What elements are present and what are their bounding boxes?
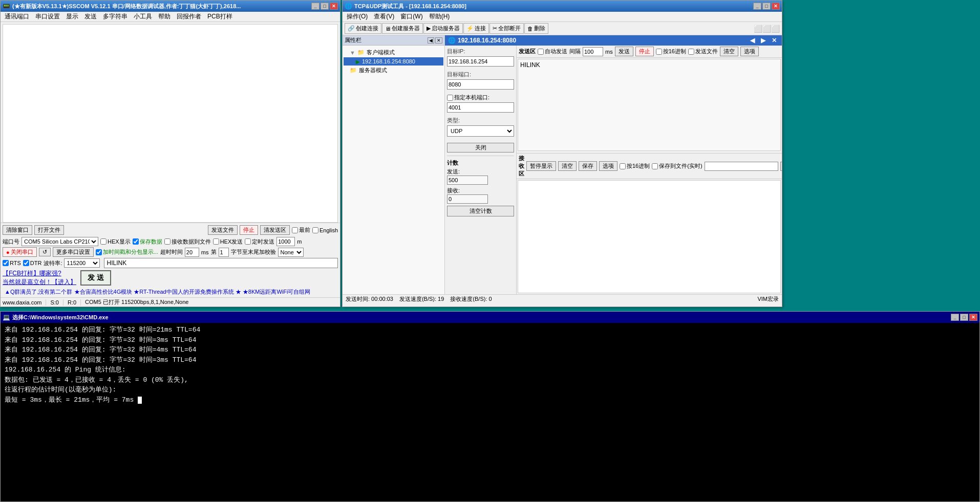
recv-options-btn[interactable]: 选项 <box>599 161 617 171</box>
conn-nav-left[interactable]: ◀ <box>748 37 757 44</box>
local-port-input[interactable] <box>447 102 514 113</box>
start-server-btn[interactable]: ▶ 启动服务器 <box>423 23 463 34</box>
tcpudp-minimize-btn[interactable]: _ <box>753 3 761 10</box>
tcpudp-maximize-btn[interactable]: □ <box>762 3 771 10</box>
tcpudp-menu-view[interactable]: 查看(V) <box>371 11 397 22</box>
close-conn-btn[interactable]: 关闭 <box>447 143 514 152</box>
delete-btn[interactable]: 🗑 删除 <box>524 23 548 34</box>
conn-close-icon[interactable]: ✕ <box>770 37 779 44</box>
sscom-maximize-btn[interactable]: □ <box>321 3 329 10</box>
send-button[interactable]: 发 送 <box>80 270 111 286</box>
sscom-menu-help[interactable]: 帮助 <box>155 11 174 22</box>
recv-save-path-input[interactable] <box>705 162 778 171</box>
sscom-menu-port[interactable]: 通讯端口 <box>2 11 32 22</box>
timed-send-checkbox[interactable] <box>245 238 251 245</box>
com-port-select[interactable]: COM5 Silicon Labs CP210x U... <box>22 237 98 246</box>
hex-display-checkbox[interactable] <box>100 238 106 245</box>
save-data-checkbox[interactable] <box>133 238 139 245</box>
recv-clear-btn[interactable]: 清空 <box>558 161 577 171</box>
rts-checkbox[interactable] <box>3 260 9 266</box>
disconnect-all-btn[interactable]: ✂ 全部断开 <box>489 23 524 34</box>
sscom-menu-send[interactable]: 发送 <box>81 11 100 22</box>
tree-client-mode[interactable]: ▼ 📁 客户端模式 <box>344 48 443 57</box>
sscom-r0: R:0 <box>68 299 81 305</box>
sscom-menu-multistr[interactable]: 多字符串 <box>100 11 131 22</box>
tcpudp-menu-op[interactable]: 操作(O) <box>344 11 371 22</box>
send-file-btn[interactable]: 发送文件 <box>208 225 238 235</box>
target-port-input[interactable] <box>447 79 514 90</box>
send-hex-checkbox[interactable] <box>656 49 662 55</box>
tree-server-mode[interactable]: 📁 服务器模式 <box>344 66 443 75</box>
most-checkbox[interactable] <box>292 227 298 233</box>
sscom-close-btn[interactable]: ✕ <box>330 3 338 10</box>
target-ip-input[interactable] <box>447 56 514 67</box>
sscom-window: 📟 (★有新版本V5.13.1★)SSCOM V5.12.1 串口/网络数据调试… <box>0 0 340 307</box>
refresh-btn[interactable]: ↺ <box>39 248 51 256</box>
conn-nav-right[interactable]: ▶ <box>759 37 768 44</box>
send-now-btn[interactable]: 发送 <box>615 47 633 56</box>
tcpudp-recv-speed: 接收速度(B/S): 0 <box>450 295 492 303</box>
sscom-titlebar[interactable]: 📟 (★有新版本V5.13.1★)SSCOM V5.12.1 串口/网络数据调试… <box>1 1 340 12</box>
add-time-checkbox[interactable] <box>96 249 102 255</box>
english-checkbox[interactable] <box>312 227 318 233</box>
connect-btn[interactable]: ⚡ 连接 <box>463 23 489 34</box>
tree-connection[interactable]: ▶ 192.168.16.254:8080 <box>344 57 443 66</box>
local-port-checkbox[interactable] <box>447 95 453 101</box>
cmd-maximize-btn[interactable]: □ <box>960 314 968 321</box>
sscom-menu-display[interactable]: 显示 <box>63 11 81 22</box>
cmd-titlebar[interactable]: 💻 选择C:\Windows\system32\CMD.exe _ □ ✕ <box>1 312 979 323</box>
recv-save-btn[interactable]: 保存 <box>579 161 597 171</box>
close-port-btn[interactable]: ● 关闭串口 <box>3 247 37 257</box>
recv-file-checkbox[interactable] <box>164 238 171 245</box>
send-options-btn[interactable]: 选项 <box>740 47 759 56</box>
create-conn-btn[interactable]: 🔗 创建连接 <box>345 23 381 34</box>
open-file-btn[interactable]: 打开文件 <box>34 225 64 235</box>
cmd-close-btn[interactable]: ✕ <box>969 314 977 321</box>
tcpudp-close-btn[interactable]: ✕ <box>772 3 780 10</box>
sscom-menu-author[interactable]: 回报作者 <box>174 11 204 22</box>
sscom-minimize-btn[interactable]: _ <box>311 3 319 10</box>
clear-send-btn[interactable]: 清发送区 <box>260 225 290 235</box>
create-server-btn[interactable]: 🖥 创建服务器 <box>382 23 423 34</box>
send-file-checkbox[interactable] <box>688 49 694 55</box>
timeout-input[interactable] <box>185 248 199 257</box>
checksum-select[interactable]: None <box>278 248 304 257</box>
recv-save-file-checkbox[interactable] <box>652 163 658 169</box>
hex-send-checkbox[interactable] <box>213 238 219 245</box>
sscom-menu-pcb[interactable]: PCB打样 <box>204 11 236 22</box>
timed-interval-input[interactable] <box>276 237 295 246</box>
clear-count-btn[interactable]: 清空计数 <box>447 206 514 216</box>
props-resize-right[interactable]: ✕ <box>435 37 442 43</box>
dtr-label: DTR <box>23 260 42 266</box>
send-text-input[interactable]: HILINK <box>104 258 338 268</box>
timeout-ms: ms <box>201 249 209 255</box>
dtr-checkbox[interactable] <box>23 260 29 266</box>
tcpudp-send-speed: 发送速度(B/S): 19 <box>399 295 444 303</box>
props-resize-left[interactable]: ◀ <box>428 37 434 43</box>
sscom-menu-portset[interactable]: 串口设置 <box>32 11 63 22</box>
recv-scroll-btn[interactable]: 📋 <box>780 162 782 171</box>
send-count-input[interactable] <box>447 176 488 185</box>
send-clear-btn[interactable]: 清空 <box>720 47 738 56</box>
pcb-link[interactable]: 【FCB打样】哪家强? <box>3 269 76 278</box>
count-input[interactable] <box>219 248 229 257</box>
jlc-link[interactable]: 当然就是嘉立创！【进入】 <box>3 278 76 287</box>
tcpudp-menu-help[interactable]: 帮助(H) <box>426 11 453 22</box>
stop-btn[interactable]: 停止 <box>240 225 258 235</box>
tcpudp-menu-win[interactable]: 窗口(W) <box>397 11 425 22</box>
send-interval-input[interactable] <box>583 47 603 56</box>
type-select[interactable]: UDP <box>447 125 514 137</box>
tree-expand-icon: ▼ <box>350 50 355 56</box>
auto-send-checkbox[interactable] <box>538 49 544 55</box>
baud-rate-select[interactable]: 115200 <box>64 258 100 268</box>
send-text-area[interactable]: HILINK <box>518 59 781 151</box>
tcpudp-titlebar[interactable]: 🌐 TCP&UDP测试工具 - [192.168.16.254:8080] _ … <box>343 1 782 12</box>
cmd-minimize-btn[interactable]: _ <box>951 314 959 321</box>
more-ports-btn[interactable]: 更多串口设置 <box>53 247 94 257</box>
send-stop-btn[interactable]: 停止 <box>635 47 654 56</box>
recv-pause-btn[interactable]: 暂停显示 <box>526 161 556 171</box>
recv-hex-checkbox[interactable] <box>620 163 626 169</box>
sscom-menu-tools[interactable]: 小工具 <box>131 11 155 22</box>
clear-window-btn[interactable]: 清除窗口 <box>3 225 32 235</box>
recv-count-input[interactable] <box>447 194 488 204</box>
